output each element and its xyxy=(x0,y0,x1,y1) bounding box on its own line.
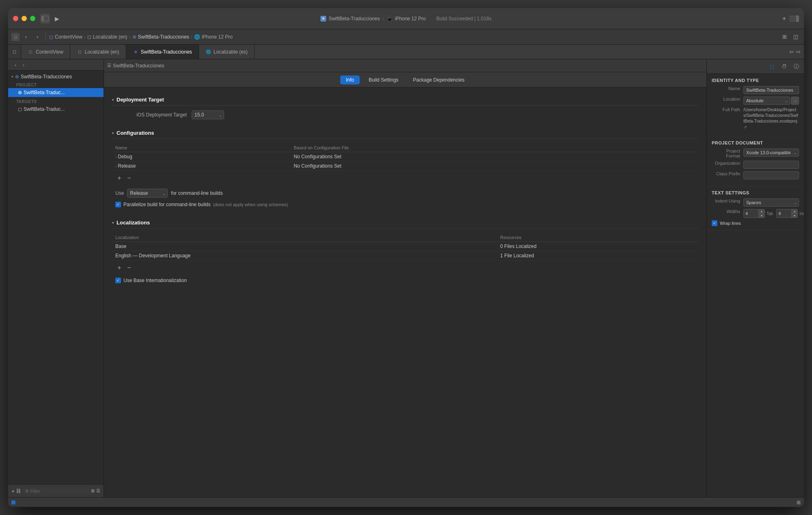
sidebar-nav-next[interactable]: › xyxy=(19,61,28,69)
minimize-button[interactable] xyxy=(22,16,27,21)
tab-width-up[interactable]: ▲ xyxy=(759,209,764,213)
add-config-btn[interactable]: + xyxy=(115,174,123,182)
rs-org-input[interactable] xyxy=(743,161,799,169)
rs-prefix-input[interactable] xyxy=(743,171,799,179)
rs-org-value xyxy=(743,161,799,169)
rs-format-label: Project Format xyxy=(712,149,740,158)
rs-org-row: Organization xyxy=(712,161,799,169)
use-base-checkbox[interactable]: ✓ xyxy=(115,278,121,283)
rs-icon-clock[interactable]: ⏱ xyxy=(780,62,788,71)
inspector-btn[interactable]: ◫ xyxy=(791,32,801,42)
indent-width-up[interactable]: ▲ xyxy=(792,209,797,213)
loc-english-resources: 1 File Localized xyxy=(497,251,698,261)
tab-info[interactable]: Info xyxy=(340,75,360,84)
rs-format-dropdown[interactable] xyxy=(743,149,799,157)
tab-contentview[interactable]: ◻ ContentView xyxy=(21,45,70,59)
config-arrow[interactable]: ▾ xyxy=(112,131,114,135)
tab-label: Tab xyxy=(767,211,773,216)
rs-icon-file[interactable]: ◻ xyxy=(767,62,776,71)
breadcrumb-arrow3: › xyxy=(191,34,192,40)
remove-config-btn[interactable]: − xyxy=(125,174,133,182)
rs-format-value xyxy=(743,149,799,157)
table-row[interactable]: English — Development Language 1 File Lo… xyxy=(112,251,698,261)
ios-deployment-label: iOS Deployment Target xyxy=(119,112,192,118)
loc-english-name: English — Development Language xyxy=(112,251,497,261)
table-row[interactable]: Base 0 Files Localized xyxy=(112,242,698,251)
tab-package-deps[interactable]: Package Dependencies xyxy=(407,75,470,84)
titlebar: ▶ ⊕ SwiftBeta-Traducciones › 📱 iPhone 12… xyxy=(8,8,804,29)
rs-location-browse-btn[interactable]: → xyxy=(791,97,799,105)
rs-indent-input[interactable] xyxy=(743,198,799,207)
add-loc-btn[interactable]: + xyxy=(115,264,123,272)
rs-prefix-label: Class Prefix xyxy=(712,171,740,176)
split-view-btn[interactable]: ⊞ xyxy=(780,32,789,42)
list-icon[interactable]: ☰ xyxy=(96,488,100,493)
sidebar-toggle-btn[interactable] xyxy=(40,14,50,24)
tab-nav-fwd[interactable]: ⇨ xyxy=(796,49,801,55)
rs-indent-dropdown[interactable] xyxy=(743,198,799,207)
sidebar-content: ▾ ⊕ SwiftBeta-Traducciones PROJECT ⊕ Swi… xyxy=(8,71,104,484)
sidebar-label-project: SwiftBeta-Traduc... xyxy=(24,90,65,95)
rs-location-input[interactable] xyxy=(743,97,790,105)
add-tab-btn[interactable]: + xyxy=(782,15,786,22)
tab-width-down[interactable]: ▼ xyxy=(759,213,764,218)
parallelize-label: Parallelize build for command-line build… xyxy=(123,202,211,207)
rs-fullpath-label: Full Path xyxy=(712,107,740,112)
play-button[interactable]: ▶ xyxy=(55,15,59,22)
sidebar-item-project[interactable]: ⊕ SwiftBeta-Traduc... xyxy=(8,88,104,97)
sidebar-item-swiftbeta-root[interactable]: ▾ ⊕ SwiftBeta-Traducciones xyxy=(8,72,104,81)
use-input[interactable] xyxy=(127,189,168,198)
tab-nav-back[interactable]: ⇦ xyxy=(789,49,794,55)
scheme-name: SwiftBeta-Traducciones xyxy=(328,16,380,22)
localization-arrow[interactable]: ▾ xyxy=(112,221,114,225)
rs-name-row: Name xyxy=(712,86,799,94)
link-btn[interactable]: ⛓ xyxy=(16,488,21,494)
back-btn[interactable]: ‹ xyxy=(21,32,31,42)
ios-version-input[interactable] xyxy=(192,110,224,119)
ios-version-dropdown[interactable] xyxy=(192,110,224,119)
filter-bar[interactable]: ⊙ Filter xyxy=(23,487,89,495)
parallelize-row: ✓ Parallelize build for command-line bui… xyxy=(112,200,698,209)
indent-width-input[interactable] xyxy=(777,209,791,218)
sidebar-label-targets: SwiftBeta-Traduc... xyxy=(24,106,65,112)
remove-loc-btn[interactable]: − xyxy=(125,264,133,272)
tab-localizable-es[interactable]: 🌐 Localizable (es) xyxy=(199,45,255,59)
rs-location-dropdown[interactable] xyxy=(743,97,790,105)
targets-section-header: TARGETS xyxy=(8,97,104,105)
use-dropdown[interactable] xyxy=(127,189,168,198)
forward-btn[interactable]: › xyxy=(32,32,42,42)
fullscreen-button[interactable] xyxy=(30,16,35,21)
deployment-section: ▾ Deployment Target iOS Deployment Targe… xyxy=(112,94,698,119)
config-based-on-release: No Configurations Set xyxy=(290,162,698,171)
table-row[interactable]: › Debug No Configurations Set xyxy=(112,152,698,162)
tab-swiftbeta[interactable]: ⊕ SwiftBeta-Traducciones xyxy=(126,45,199,59)
add-file-btn[interactable]: + xyxy=(11,488,15,494)
rs-name-input[interactable] xyxy=(743,86,799,94)
indent-width-down[interactable]: ▼ xyxy=(792,213,797,218)
main-area: ‹ › ▾ ⊕ SwiftBeta-Traducciones PROJECT ⊕… xyxy=(8,59,804,497)
rs-location-wrapper: → xyxy=(743,97,799,105)
tab-width-input[interactable] xyxy=(744,209,758,218)
rs-fullpath-text: /Users/home/Desktop/Projects/SwiftBeta-T… xyxy=(743,107,799,124)
grid-icon[interactable]: ⊞ xyxy=(91,488,95,493)
tab-icon-localizable-es: 🌐 xyxy=(205,49,211,55)
breadcrumb-item2: Localizable (en) xyxy=(93,34,127,40)
sidebar-item-targets[interactable]: ◻ SwiftBeta-Traduc... xyxy=(8,105,104,114)
sidebar-nav-prev[interactable]: ‹ xyxy=(11,61,19,69)
rs-icon-info[interactable]: ⓘ xyxy=(792,62,801,71)
rs-format-input[interactable] xyxy=(743,149,799,157)
editor-toolbar: ☰ SwiftBeta-Traducciones xyxy=(104,59,706,72)
rs-fullpath-value: /Users/home/Desktop/Projects/SwiftBeta-T… xyxy=(743,107,799,129)
nav-icon[interactable]: ◻ xyxy=(11,33,19,41)
inspector-toggle[interactable] xyxy=(789,15,799,22)
config-table: Name Based on Configuration File › Debug… xyxy=(112,144,698,171)
table-row[interactable]: › Release No Configurations Set xyxy=(112,162,698,171)
tab-localizable-en[interactable]: ◻ Localizable (en) xyxy=(70,45,126,59)
parallelize-checkbox[interactable]: ✓ xyxy=(115,202,121,207)
close-button[interactable] xyxy=(13,16,18,21)
file-tree-icon[interactable]: ◻ xyxy=(8,45,21,59)
wrap-lines-checkbox[interactable]: ✓ xyxy=(712,220,717,226)
deployment-arrow[interactable]: ▾ xyxy=(112,98,114,102)
rs-reveal-btn[interactable]: ↗ xyxy=(743,125,799,129)
tab-build-settings[interactable]: Build Settings xyxy=(363,75,404,84)
